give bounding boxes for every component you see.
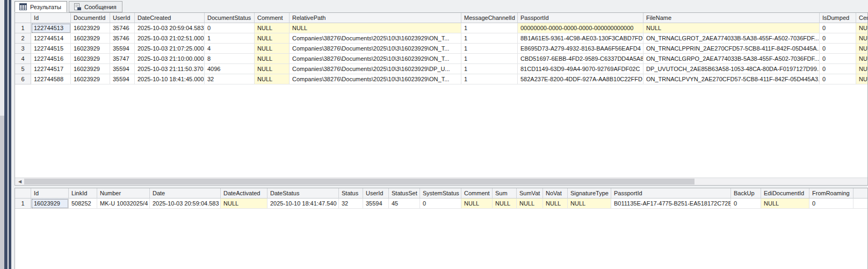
row-header[interactable]: 6 [15, 74, 31, 84]
grid-cell[interactable]: 2025-10-10 18:41:47.540 [267, 199, 339, 209]
grid-cell[interactable]: ON_TRNACLPPRIN_2AE270CFD57-5CB8-411F-842… [643, 44, 820, 54]
scroll-left-arrow-icon[interactable]: ◀ [16, 178, 24, 185]
column-header-SignatureType[interactable]: SignatureType [568, 188, 611, 199]
grid-cell[interactable]: 1 [461, 33, 518, 44]
grid-cell[interactable]: 35747 [110, 54, 135, 64]
grid-cell[interactable]: MK-U 10032025/4 [97, 199, 150, 209]
grid-cell[interactable]: 508252 [69, 199, 97, 209]
column-header-NoVat[interactable]: NoVat [543, 188, 568, 199]
grid-cell[interactable]: 0 [420, 199, 461, 209]
grid-cell[interactable]: NULL [255, 23, 290, 33]
column-header-FromRoaming[interactable]: FromRoaming [809, 188, 853, 199]
grid-cell[interactable]: ON_TRNACLGRPO_2AEA774033B-5A38-455F-A502… [643, 54, 820, 64]
grid-cell[interactable]: 0 [820, 23, 856, 33]
grid-cell[interactable]: Companies\38276\Documents\2025\10\3\1602… [290, 64, 461, 74]
grid-cell[interactable]: Companies\38276\Documents\2025\10\3\1602… [290, 33, 461, 44]
grid-cell[interactable]: 2025-10-03 21:11:50.370 [135, 64, 205, 74]
grid-cell[interactable]: NULL [856, 64, 867, 74]
grid-cell[interactable]: 45 [389, 199, 420, 209]
column-header-EdiDocumentId[interactable]: EdiDocumentId [761, 188, 809, 199]
scroll-thumb[interactable] [24, 179, 695, 185]
column-header-RelativePath[interactable]: RelativePath [290, 13, 461, 23]
grid-cell[interactable]: NULL [856, 23, 867, 33]
column-header-PassportId[interactable]: PassportId [611, 188, 731, 199]
grid-cell[interactable]: NULL [290, 23, 461, 33]
grid-cell[interactable]: 2025-10-03 21:07:25.000 [135, 44, 205, 54]
grid-cell[interactable]: NULL [568, 199, 611, 209]
grid-cell[interactable]: 0 [731, 199, 761, 209]
pane-splitter-edge[interactable] [9, 0, 11, 269]
editor-vscroll-thumb[interactable] [0, 116, 4, 269]
column-header-DateCreated[interactable]: DateCreated [135, 13, 205, 23]
grid-cell[interactable]: 1 [461, 54, 518, 64]
column-header-DocumentId[interactable]: DocumentId [71, 13, 110, 23]
grid-cell[interactable]: 2025-10-03 20:59:04.583 [150, 199, 221, 209]
grid-cell[interactable]: 122744517 [31, 64, 71, 74]
grid-cell[interactable]: 2025-10-10 18:41:45.000 [135, 74, 205, 84]
column-header-Comment[interactable]: Comment [461, 188, 493, 199]
column-header-Cer[interactable]: Cer [856, 13, 867, 23]
grid-cell[interactable]: NULL [517, 199, 543, 209]
corner-header-cell[interactable] [15, 188, 31, 199]
grid-horizontal-scrollbar[interactable]: ◀ [15, 178, 867, 185]
column-header-DateActivated[interactable]: DateActivated [221, 188, 267, 199]
grid-cell[interactable]: 16023929 [71, 54, 110, 64]
column-header-DocumentStatus[interactable]: DocumentStatus [205, 13, 255, 23]
row-header[interactable]: 3 [15, 44, 31, 54]
grid-cell[interactable]: 122744514 [31, 33, 71, 44]
grid-cell[interactable]: NULL [255, 33, 290, 44]
grid-cell[interactable]: 0 [820, 74, 856, 84]
tab-messages[interactable]: Сообщения [69, 1, 122, 12]
grid-cell[interactable]: NULL [221, 199, 267, 209]
grid-cell[interactable]: 32 [339, 199, 363, 209]
column-header-LinkId[interactable]: LinkId [69, 188, 97, 199]
grid-cell[interactable]: NULL [255, 44, 290, 54]
grid-cell[interactable]: 1 [461, 74, 518, 84]
grid-cell[interactable]: NULL [255, 64, 290, 74]
grid-cell[interactable]: 0 [820, 54, 856, 64]
grid-cell[interactable]: Companies\38276\Documents\2025\10\3\1602… [290, 74, 461, 84]
grid-cell[interactable]: 16023929 [71, 33, 110, 44]
column-header-SystemStatus[interactable]: SystemStatus [420, 188, 461, 199]
grid-cell[interactable]: NULL [543, 199, 568, 209]
column-header-Status[interactable]: Status [339, 188, 363, 199]
grid-cell[interactable] [853, 199, 867, 209]
column-header-SumVat[interactable]: SumVat [517, 188, 543, 199]
grid-cell[interactable]: 582A237E-8200-4DDF-927A-AA8B10C22FFD [518, 74, 643, 84]
grid-cell[interactable]: NULL [856, 44, 867, 54]
grid-cell[interactable]: 35594 [110, 64, 135, 74]
grid-cell[interactable]: ON_TRNACLGROT_2AEA774033B-5A38-455F-A502… [643, 33, 820, 44]
grid-cell[interactable]: 0 [820, 64, 856, 74]
grid-cell[interactable]: 1 [461, 44, 518, 54]
grid-cell[interactable]: 1 [461, 64, 518, 74]
column-header-Number[interactable]: Number [97, 188, 150, 199]
grid-cell[interactable]: 35746 [110, 23, 135, 33]
grid-cell[interactable]: 35594 [110, 74, 135, 84]
grid-cell[interactable]: 122744516 [31, 54, 71, 64]
grid-cell[interactable]: 2025-10-03 21:10:00.000 [135, 54, 205, 64]
tab-results[interactable]: Результаты [15, 1, 67, 12]
grid-cell[interactable]: 16023929 [31, 199, 69, 209]
grid-cell[interactable]: 8 [205, 54, 255, 64]
grid-cell[interactable]: NULL [643, 23, 820, 33]
grid-cell[interactable]: 35746 [110, 33, 135, 44]
grid-cell[interactable]: 122744513 [31, 23, 71, 33]
row-header[interactable]: 2 [15, 33, 31, 44]
grid-cell[interactable]: 16023929 [71, 74, 110, 84]
grid-cell[interactable]: Companies\38276\Documents\2025\10\3\1602… [290, 54, 461, 64]
grid-cell[interactable]: 0 [809, 199, 853, 209]
grid-cell[interactable]: 35594 [363, 199, 389, 209]
column-header-FileName[interactable]: FileName [643, 13, 820, 23]
grid-cell[interactable]: 16023929 [71, 44, 110, 54]
column-header-Id[interactable]: Id [31, 13, 71, 23]
grid-cell[interactable]: 1 [461, 23, 518, 33]
grid-cell[interactable]: 4 [205, 44, 255, 54]
grid-cell[interactable]: 32 [205, 74, 255, 84]
grid-cell[interactable]: Companies\38276\Documents\2025\10\3\1602… [290, 44, 461, 54]
row-header[interactable]: 1 [15, 23, 31, 33]
grid-cell[interactable]: 16023929 [71, 64, 110, 74]
grid-cell[interactable]: 2025-10-03 21:02:51.000 [135, 33, 205, 44]
grid-cell[interactable]: NULL [856, 74, 867, 84]
grid-cell[interactable]: 0 [820, 33, 856, 44]
column-header-UserId[interactable]: UserId [110, 13, 135, 23]
